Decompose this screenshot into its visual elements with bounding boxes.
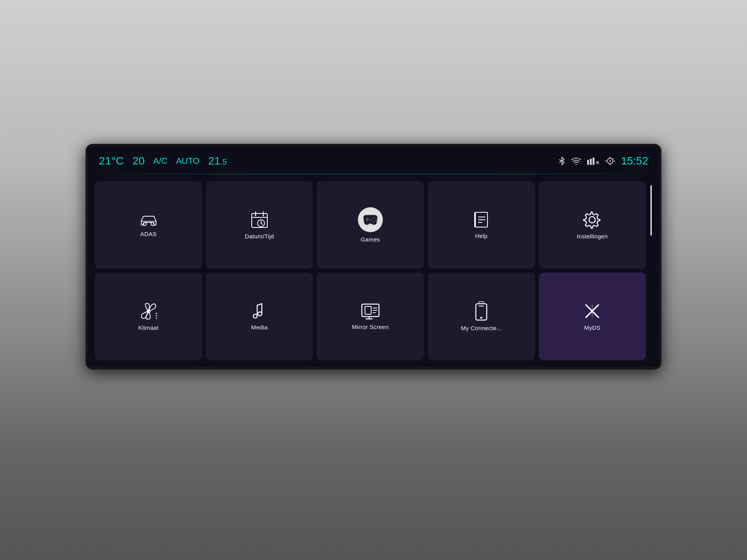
svg-rect-2: [590, 159, 592, 165]
clock: 15:52: [621, 155, 648, 167]
app-grid: ADAS: [95, 181, 646, 360]
adas-label: ADAS: [140, 231, 157, 237]
grid-item-instellingen[interactable]: Instellingen: [539, 181, 646, 269]
media-label: Media: [251, 324, 268, 331]
grid-item-myds[interactable]: MyDS: [539, 273, 646, 360]
screen-bezel: 21°C 20 A/C AUTO 21.5: [86, 144, 661, 369]
svg-point-51: [480, 317, 482, 319]
svg-rect-43: [365, 306, 371, 314]
ac-label: A/C: [153, 156, 168, 166]
svg-point-32: [589, 217, 595, 223]
grid-item-my-connected[interactable]: My Connecte...: [428, 273, 535, 360]
games-label: Games: [361, 236, 380, 243]
auto-label: AUTO: [176, 156, 200, 166]
infotainment-screen: 21°C 20 A/C AUTO 21.5: [88, 146, 659, 367]
grid-item-mirror-screen[interactable]: Mirror Screen: [317, 273, 424, 360]
grid-item-klimaat[interactable]: Klimaat: [95, 273, 202, 360]
svg-point-0: [575, 164, 577, 165]
temp-set: 21.5: [208, 155, 227, 167]
mirror-screen-label: Mirror Screen: [352, 324, 389, 330]
status-bar: 21°C 20 A/C AUTO 21.5: [88, 146, 659, 174]
svg-text:4G: 4G: [596, 160, 599, 165]
instellingen-label: Instellingen: [577, 233, 608, 240]
temperature-main: 21°C: [99, 155, 124, 167]
settings-icon: [583, 210, 601, 229]
wifi-icon: [571, 157, 581, 165]
klimaat-label: Klimaat: [139, 324, 159, 331]
svg-point-40: [253, 314, 257, 318]
status-icons: 4G: [558, 155, 648, 167]
scrollbar-thumb[interactable]: [651, 185, 652, 236]
book-icon: [473, 211, 490, 229]
svg-rect-1: [587, 160, 589, 165]
grid-item-adas[interactable]: ADAS: [95, 181, 202, 269]
scrollbar-track[interactable]: [650, 181, 652, 360]
grid-item-games[interactable]: Games: [317, 181, 424, 269]
svg-line-39: [257, 304, 262, 305]
svg-point-25: [370, 219, 372, 221]
car-icon: [138, 213, 159, 227]
bluetooth-icon: [558, 156, 566, 166]
mirror-screen-icon: [361, 303, 380, 320]
svg-point-26: [373, 221, 374, 223]
app-grid-area: ADAS: [88, 174, 659, 367]
myds-label: MyDS: [584, 324, 600, 331]
signal-icon: 4G: [587, 157, 599, 165]
my-connected-label: My Connecte...: [461, 325, 502, 331]
climate-info: 21°C 20 A/C AUTO 21.5: [99, 155, 558, 167]
gps-icon: [605, 156, 615, 166]
calendar-clock-icon: [250, 210, 269, 229]
music-icon: [250, 302, 269, 320]
grid-item-help[interactable]: Help: [428, 181, 535, 269]
svg-rect-3: [593, 158, 594, 165]
svg-point-23: [373, 217, 374, 219]
grid-item-media[interactable]: Media: [206, 273, 313, 360]
dashboard: 21°C 20 A/C AUTO 21.5: [0, 0, 747, 560]
svg-point-41: [258, 312, 262, 316]
fan-speed: 20: [133, 155, 145, 167]
datum-tijd-label: Datum/Tijd: [245, 233, 274, 240]
svg-point-6: [609, 160, 611, 162]
gamepad-circle-icon: [358, 207, 383, 232]
phone-signal-icon: [474, 301, 488, 321]
grid-item-datum-tijd[interactable]: Datum/Tijd: [206, 181, 313, 269]
help-label: Help: [475, 233, 487, 239]
fan-icon: [139, 302, 159, 320]
svg-point-24: [375, 219, 377, 221]
myds-icon: [583, 302, 601, 320]
